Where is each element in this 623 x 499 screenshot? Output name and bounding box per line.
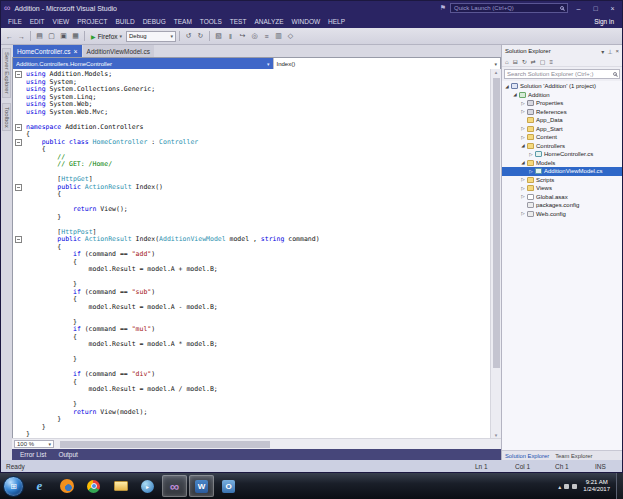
- menu-debug[interactable]: DEBUG: [139, 18, 170, 25]
- expand-collapsed-icon[interactable]: ▷: [520, 101, 526, 106]
- properties-tool-icon[interactable]: ▥: [273, 32, 284, 40]
- code-line[interactable]: public ActionResult Index(): [13, 184, 490, 192]
- menu-test[interactable]: TEST: [226, 18, 251, 25]
- sign-in-button[interactable]: Sign in: [594, 18, 614, 25]
- tab-additionviewmodel-cs[interactable]: AdditionViewModel.cs: [83, 45, 154, 57]
- chevron-down-icon[interactable]: ▾: [120, 33, 123, 39]
- code-line[interactable]: [13, 394, 490, 402]
- fold-collapse-icon[interactable]: [15, 236, 22, 243]
- scroll-down-icon[interactable]: ▾: [491, 432, 501, 438]
- code-line[interactable]: }: [13, 416, 490, 424]
- tree-item-views[interactable]: ▷Views: [502, 184, 622, 193]
- zoom-control[interactable]: 100 % ▾: [14, 440, 54, 448]
- menu-team[interactable]: TEAM: [170, 18, 196, 25]
- expand-expanded-icon[interactable]: ◢: [512, 92, 518, 97]
- taskbar-clock[interactable]: 9:21 AM 1/24/2017: [580, 479, 613, 493]
- code-line[interactable]: {: [13, 191, 490, 199]
- code-line[interactable]: model.Result = model.A * model.B;: [13, 341, 490, 349]
- break-all-icon[interactable]: ‖: [225, 33, 236, 40]
- panel-tab-solution-explorer[interactable]: Solution Explorer: [505, 453, 549, 459]
- file-explorer-button[interactable]: [108, 475, 133, 497]
- expand-collapsed-icon[interactable]: ▷: [520, 194, 526, 199]
- expand-collapsed-icon[interactable]: ▷: [520, 211, 526, 216]
- forward-icon[interactable]: →: [16, 33, 27, 40]
- scrollbar-thumb[interactable]: [60, 441, 270, 448]
- save-icon[interactable]: ▣: [58, 32, 69, 40]
- tree-item-properties[interactable]: ▷Properties: [502, 99, 622, 108]
- tree-item-app-data[interactable]: App_Data: [502, 116, 622, 125]
- preview-icon[interactable]: ▢: [540, 58, 546, 65]
- tab-homecontroller-cs[interactable]: HomeController.cs×: [13, 45, 82, 57]
- code-line[interactable]: public ActionResult Index(AdditionViewMo…: [13, 236, 490, 244]
- fold-collapse-icon[interactable]: [15, 139, 22, 146]
- solution-explorer-search[interactable]: Search Solution Explorer (Ctrl+;): [504, 69, 620, 79]
- tree-item-models[interactable]: ◢Models: [502, 159, 622, 168]
- scrollbar-thumb[interactable]: [493, 78, 500, 368]
- code-line[interactable]: if (command == "mul"): [13, 326, 490, 334]
- scroll-up-icon[interactable]: ▴: [491, 69, 501, 75]
- menu-build[interactable]: BUILD: [112, 18, 139, 25]
- step-over-icon[interactable]: ↪: [237, 32, 248, 40]
- member-dropdown[interactable]: Index() ▾: [273, 58, 500, 69]
- solution-explorer-tool-icon[interactable]: ≡: [261, 33, 272, 40]
- code-line[interactable]: model.Result = model.A - model.B;: [13, 304, 490, 312]
- save-all-icon[interactable]: ▦: [70, 32, 81, 40]
- expand-collapsed-icon[interactable]: ▷: [520, 135, 526, 140]
- code-line[interactable]: using System.Web.Mvc;: [13, 109, 490, 117]
- visual-studio-button[interactable]: ∞: [162, 475, 187, 497]
- panel-tab-team-explorer[interactable]: Team Explorer: [555, 453, 592, 459]
- tree-item-global-asax[interactable]: ▷Global.asax: [502, 193, 622, 202]
- expand-expanded-icon[interactable]: ◢: [504, 84, 510, 89]
- pending-icon[interactable]: ≡: [549, 59, 553, 65]
- code-line[interactable]: if (command == "add"): [13, 251, 490, 259]
- network-icon[interactable]: [564, 484, 569, 489]
- fold-collapse-icon[interactable]: [15, 184, 22, 191]
- menu-view[interactable]: VIEW: [49, 18, 74, 25]
- tree-item-content[interactable]: ▷Content: [502, 133, 622, 142]
- redo-icon[interactable]: ↻: [195, 32, 206, 40]
- expand-collapsed-icon[interactable]: ▷: [520, 177, 526, 182]
- menu-window[interactable]: WINDOW: [288, 18, 325, 25]
- tree-item-additionviewmodel-cs[interactable]: ▷AdditionViewModel.cs: [502, 167, 622, 176]
- expand-expanded-icon[interactable]: ◢: [520, 143, 526, 148]
- chevron-icon[interactable]: ▾: [601, 48, 604, 55]
- open-file-icon[interactable]: ▢: [46, 32, 57, 40]
- panel-tab-error-list[interactable]: Error List: [20, 451, 46, 458]
- solution-configuration-dropdown[interactable]: Debug ▾: [126, 31, 176, 42]
- tree-item-controllers[interactable]: ◢Controllers: [502, 142, 622, 151]
- code-line[interactable]: if (command == "sub"): [13, 289, 490, 297]
- expand-collapsed-icon[interactable]: ▷: [528, 169, 534, 174]
- tree-item-solution-addition-1-project[interactable]: ◢Solution 'Addition' (1 project): [502, 82, 622, 91]
- fold-collapse-icon[interactable]: [15, 124, 22, 131]
- minimize-button[interactable]: –: [572, 5, 585, 12]
- firefox-button[interactable]: [54, 475, 79, 497]
- code-line[interactable]: }: [13, 424, 490, 432]
- home-icon[interactable]: ⌂: [505, 59, 509, 65]
- expand-collapsed-icon[interactable]: ▷: [520, 126, 526, 131]
- menu-help[interactable]: HELP: [324, 18, 349, 25]
- quick-launch-input[interactable]: Quick Launch (Ctrl+Q): [450, 3, 568, 13]
- editor-horizontal-scrollbar[interactable]: [56, 439, 501, 449]
- extensions-icon[interactable]: ◇: [285, 32, 296, 40]
- code-line[interactable]: }: [13, 356, 490, 364]
- tree-item-addition[interactable]: ◢Addition: [502, 91, 622, 100]
- expand-collapsed-icon[interactable]: ▷: [520, 186, 526, 191]
- code-line[interactable]: [13, 274, 490, 282]
- code-line[interactable]: model.Result = model.A + model.B;: [13, 266, 490, 274]
- code-editor[interactable]: using Addition.Models;using System;using…: [13, 69, 490, 438]
- tray-expand-icon[interactable]: ▴: [558, 483, 561, 490]
- menu-project[interactable]: PROJECT: [73, 18, 111, 25]
- show-desktop-button[interactable]: [616, 473, 623, 499]
- code-line[interactable]: [13, 311, 490, 319]
- menu-edit[interactable]: EDIT: [26, 18, 49, 25]
- code-line[interactable]: if (command == "div"): [13, 371, 490, 379]
- side-tab-server-explorer[interactable]: Server Explorer: [2, 48, 11, 98]
- code-line[interactable]: }: [13, 431, 490, 438]
- menu-file[interactable]: FILE: [4, 18, 26, 25]
- new-project-icon[interactable]: ▤: [34, 32, 45, 40]
- start-button[interactable]: ⊞: [3, 476, 24, 497]
- sync-icon[interactable]: ⇄: [531, 58, 536, 65]
- notifications-flag-icon[interactable]: ⚑: [440, 4, 446, 12]
- code-line[interactable]: using Addition.Models;: [13, 71, 490, 79]
- code-line[interactable]: {: [13, 146, 490, 154]
